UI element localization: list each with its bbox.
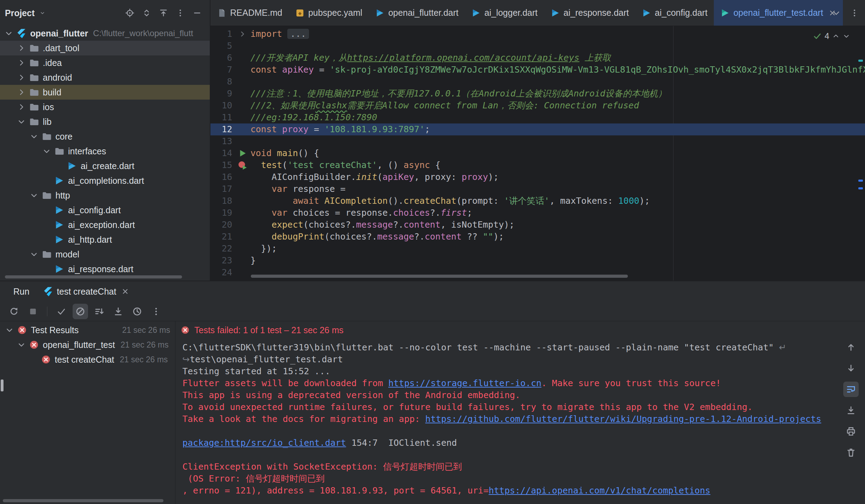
tree-item[interactable]: ai_create.dart	[0, 159, 210, 173]
more-icon[interactable]	[148, 304, 164, 319]
scrollbar-mark	[858, 60, 863, 62]
chevron-right-icon[interactable]	[17, 102, 26, 112]
stop-icon[interactable]	[25, 304, 41, 319]
print-icon[interactable]	[843, 424, 859, 439]
hide-panel-icon[interactable]	[189, 5, 205, 21]
chevron-down-icon[interactable]	[37, 5, 48, 21]
more-icon[interactable]	[173, 5, 188, 21]
console-text: To avoid unexpected runtime failures, or…	[182, 402, 753, 412]
test-history-icon[interactable]	[129, 304, 145, 319]
rerun-icon[interactable]	[6, 304, 22, 319]
sort-alphabetically-icon[interactable]	[92, 304, 107, 319]
editor-tab[interactable]: pubspec.yaml	[289, 0, 369, 26]
next-problem-icon[interactable]	[843, 32, 850, 40]
collapse-all-icon[interactable]	[156, 5, 171, 21]
project-horizontal-scrollbar[interactable]	[5, 275, 182, 278]
chevron-down-icon[interactable]	[5, 325, 14, 335]
line-number: 13	[210, 135, 234, 147]
tree-item[interactable]: model	[0, 247, 210, 262]
tree-item-label: .dart_tool	[43, 43, 79, 53]
tree-item[interactable]: lib	[0, 114, 210, 129]
line-number: 23	[210, 255, 234, 267]
scroll-to-top-icon[interactable]	[843, 340, 859, 355]
dart-file-icon	[550, 8, 560, 18]
console-output[interactable]: C:\flutterSDK\flutter319\bin\flutter.bat…	[182, 342, 836, 497]
scroll-to-bottom-icon[interactable]	[843, 361, 859, 376]
expand-collapse-icon[interactable]	[139, 5, 154, 21]
locate-file-icon[interactable]	[122, 5, 138, 21]
chevron-right-icon[interactable]	[17, 88, 26, 97]
editor-tab[interactable]: openai_flutter.dart	[369, 0, 465, 26]
chevron-right-icon[interactable]	[17, 58, 26, 67]
code-line: 18 await AICompletion().createChat(promp…	[210, 195, 865, 207]
tree-item-label: ai_completions.dart	[68, 176, 144, 186]
tabs-list-chevron-icon[interactable]	[829, 5, 844, 21]
rerun-failed-test-icon[interactable]	[237, 160, 247, 170]
scroll-to-end-icon[interactable]	[843, 403, 859, 418]
run-test-icon[interactable]	[237, 148, 247, 158]
test-tree-item[interactable]: openai_flutter_test21 sec 26 ms	[0, 337, 175, 352]
console-link[interactable]: https://api.openai.com/v1/chat/completio…	[489, 485, 710, 496]
chevron-down-icon[interactable]	[29, 250, 39, 259]
tree-item-root[interactable]: openai_flutterC:\flutter_work\openai_flu…	[0, 26, 210, 41]
tree-item[interactable]: core	[0, 129, 210, 144]
tab-label: README.md	[230, 8, 282, 18]
scroll-to-end-icon[interactable]	[110, 304, 126, 319]
close-icon[interactable]	[121, 287, 129, 296]
tree-item[interactable]: android	[0, 70, 210, 85]
editor-tab[interactable]: openai_flutter_test.dart	[714, 0, 843, 26]
tool-window-stripe-indicator[interactable]	[1, 379, 4, 391]
inspection-count: 4	[825, 30, 829, 42]
editor-tab[interactable]: ai_logger.dart	[465, 0, 544, 26]
tree-item[interactable]: .dart_tool	[0, 41, 210, 55]
chevron-right-icon[interactable]	[17, 43, 26, 53]
test-status-bar: Tests failed: 1 of 1 test – 21 sec 26 ms	[175, 323, 865, 337]
editor-tab[interactable]: ai_config.dart	[635, 0, 714, 26]
tree-item[interactable]: build	[0, 85, 210, 100]
chevron-down-icon[interactable]	[17, 117, 26, 126]
console-link[interactable]: package:http/src/io_client.dart	[182, 438, 346, 448]
code-lines: 1import ...56///开发者API key，从https://plat…	[210, 28, 865, 278]
folder-icon	[29, 72, 39, 83]
line-number: 20	[210, 219, 234, 231]
test-tree-horizontal-scrollbar[interactable]	[3, 499, 163, 502]
fold-chevron-icon[interactable]	[238, 30, 247, 38]
run-panel-label: Run	[13, 287, 29, 297]
editor-tab[interactable]: README.md	[210, 0, 289, 26]
editor-tab[interactable]: ai_response.dart	[544, 0, 635, 26]
tree-item[interactable]: http	[0, 188, 210, 203]
show-passed-icon[interactable]	[54, 304, 69, 319]
line-number: 6	[210, 52, 234, 64]
code-editor[interactable]: 1import ...56///开发者API key，从https://plat…	[210, 26, 865, 281]
test-console: Tests failed: 1 of 1 test – 21 sec 26 ms…	[175, 321, 865, 504]
run-tab[interactable]: test createChat	[40, 281, 133, 302]
test-tree-item[interactable]: Test Results21 sec 26 ms	[0, 323, 175, 337]
tree-item[interactable]: ai_completions.dart	[0, 173, 210, 188]
test-tree-item[interactable]: test createChat21 sec 26 ms	[0, 352, 175, 367]
clear-console-icon[interactable]	[843, 445, 859, 460]
chevron-down-icon[interactable]	[29, 132, 39, 141]
console-link[interactable]: https://github.com/flutter/flutter/wiki/…	[425, 414, 821, 424]
prev-problem-icon[interactable]	[832, 32, 840, 40]
chevron-right-icon[interactable]	[17, 73, 26, 82]
chevron-down-icon[interactable]	[4, 29, 13, 38]
tree-item[interactable]: ai_http.dart	[0, 232, 210, 247]
editor-horizontal-scrollbar[interactable]	[251, 275, 628, 278]
project-panel: Project openai_flutterC:\flutter_work\op…	[0, 0, 210, 281]
code-text: });	[250, 243, 277, 255]
chevron-down-icon[interactable]	[29, 191, 39, 200]
tree-item[interactable]: ai_exception.dart	[0, 217, 210, 232]
tree-item[interactable]: ios	[0, 100, 210, 114]
more-icon[interactable]	[847, 5, 862, 21]
tree-item[interactable]: ai_config.dart	[0, 203, 210, 217]
tree-item[interactable]: ai_response.dart	[0, 262, 210, 276]
test-failed-icon	[41, 354, 51, 365]
chevron-down-icon[interactable]	[42, 147, 51, 156]
console-link[interactable]: https://storage.flutter-io.cn	[388, 378, 542, 388]
tree-item[interactable]: interfaces	[0, 144, 210, 159]
soft-wrap-icon[interactable]	[843, 382, 859, 397]
show-ignored-icon[interactable]	[73, 304, 88, 319]
chevron-down-icon[interactable]	[17, 340, 26, 349]
tree-item[interactable]: .idea	[0, 55, 210, 70]
markdown-file-icon	[217, 8, 227, 18]
